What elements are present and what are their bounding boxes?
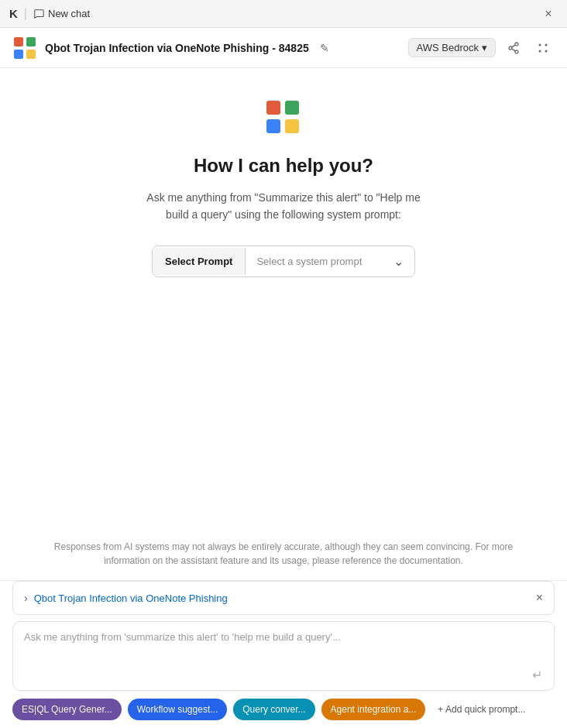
aws-bedrock-badge[interactable]: AWS Bedrock ▾ — [408, 38, 496, 57]
add-quick-prompt-button[interactable]: + Add quick prompt... — [431, 699, 531, 720]
help-title: How I can help you? — [194, 155, 373, 177]
header-right: AWS Bedrock ▾ — [408, 36, 555, 60]
prompt-selector[interactable]: Select Prompt Select a system prompt ⌄ — [152, 246, 415, 277]
title-bar-left: K | New chat — [9, 7, 90, 21]
close-button[interactable]: × — [539, 5, 558, 23]
prompt-placeholder: Select a system prompt — [256, 256, 362, 267]
svg-rect-3 — [26, 50, 36, 59]
header-left: Qbot Trojan Infection via OneNote Phishi… — [12, 36, 329, 60]
alert-close-button[interactable]: × — [536, 591, 543, 605]
main-app-logo — [265, 99, 302, 136]
prompt-dropdown[interactable]: Select a system prompt ⌄ — [246, 246, 414, 276]
menu-icon — [537, 42, 549, 54]
svg-rect-10 — [266, 119, 280, 133]
svg-rect-1 — [26, 37, 36, 46]
disclaimer: Responses from AI systems may not always… — [0, 527, 567, 580]
new-chat-tab[interactable]: New chat — [33, 8, 90, 19]
alert-chevron-icon[interactable]: › — [24, 592, 28, 604]
app-logo-icon — [12, 36, 37, 60]
help-description: Ask me anything from "Summarize this ale… — [136, 189, 431, 224]
svg-point-5 — [539, 50, 541, 52]
prompt-label: Select Prompt — [153, 248, 246, 275]
svg-rect-2 — [14, 50, 23, 59]
svg-rect-9 — [285, 101, 299, 115]
alert-title[interactable]: Qbot Trojan Infection via OneNote Phishi… — [34, 592, 228, 604]
svg-point-6 — [545, 43, 548, 46]
main-content: How I can help you? Ask me anything from… — [0, 68, 567, 527]
input-area: Ask me anything from 'summarize this ale… — [12, 621, 555, 691]
quick-prompt-button[interactable]: Workflow suggest... — [128, 699, 227, 720]
prompt-chevron-down-icon: ⌄ — [393, 254, 404, 269]
input-toolbar: ↵ — [13, 661, 554, 690]
svg-point-7 — [545, 50, 548, 52]
send-button[interactable]: ↵ — [526, 664, 548, 685]
quick-prompt-button[interactable]: Agent integration a... — [321, 699, 426, 720]
share-icon — [507, 42, 520, 54]
alert-row: › Qbot Trojan Infection via OneNote Phis… — [12, 581, 555, 615]
alert-row-left: › Qbot Trojan Infection via OneNote Phis… — [24, 592, 228, 604]
quick-prompt-button[interactable]: Query conver... — [233, 699, 314, 720]
aws-chevron-icon: ▾ — [482, 42, 487, 53]
svg-rect-0 — [14, 37, 23, 46]
new-chat-label: New chat — [48, 8, 90, 19]
menu-button[interactable] — [531, 36, 555, 60]
edit-icon[interactable]: ✎ — [320, 42, 329, 54]
quick-prompts-bar: ES|QL Query Gener...Workflow suggest...Q… — [0, 691, 567, 728]
share-button[interactable] — [502, 36, 525, 60]
bottom-area: › Qbot Trojan Infection via OneNote Phis… — [0, 580, 567, 728]
header: Qbot Trojan Infection via OneNote Phishi… — [0, 28, 567, 68]
aws-badge-label: AWS Bedrock — [417, 42, 479, 53]
header-title: Qbot Trojan Infection via OneNote Phishi… — [45, 42, 309, 54]
svg-rect-11 — [285, 119, 299, 133]
quick-prompt-button[interactable]: ES|QL Query Gener... — [12, 699, 122, 720]
app-letter: K — [9, 7, 18, 20]
svg-point-4 — [539, 43, 541, 46]
chat-input[interactable]: Ask me anything from 'summarize this ale… — [13, 622, 554, 661]
title-bar: K | New chat × — [0, 0, 567, 28]
disclaimer-text: Responses from AI systems may not always… — [54, 541, 513, 566]
chat-bubble-icon — [33, 9, 44, 19]
svg-rect-8 — [266, 101, 280, 115]
divider: | — [24, 7, 27, 21]
